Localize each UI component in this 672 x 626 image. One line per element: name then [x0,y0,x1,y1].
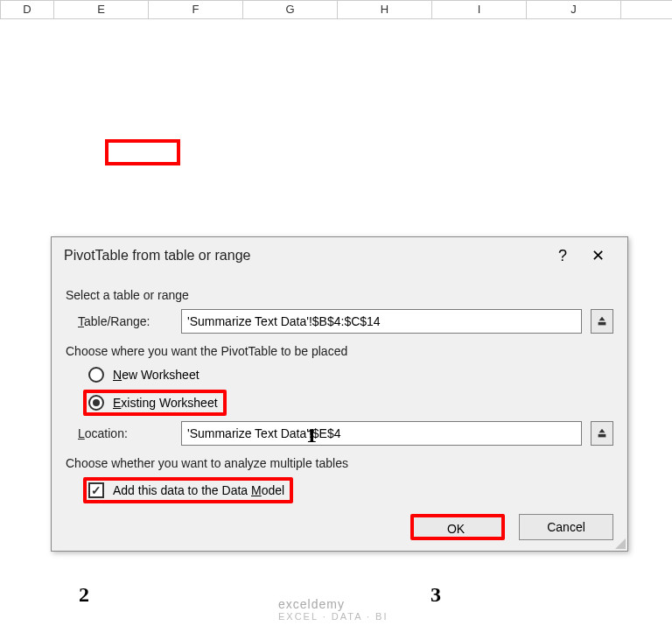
col-header-g[interactable]: G [243,1,338,18]
existing-worksheet-label: Existing Worksheet [113,396,218,410]
placement-label: Choose where you want the PivotTable to … [66,344,613,358]
new-worksheet-label: New Worksheet [113,368,200,382]
col-header-h[interactable]: H [338,1,432,18]
close-button[interactable]: ✕ [580,246,615,265]
dialog-buttons: OK Cancel [66,509,613,540]
collapse-location-button[interactable] [591,421,613,446]
location-input[interactable] [181,421,582,446]
watermark: exceldemy EXCEL · DATA · BI [278,597,388,622]
table-range-input[interactable] [181,309,582,334]
table-range-label: Table/Range: [78,314,172,328]
svg-rect-1 [598,434,606,438]
sheet-grid[interactable] [0,19,672,238]
annotation-2: 2 [79,583,89,607]
svg-rect-0 [598,322,606,326]
column-headers: D E F G H I J [0,0,672,19]
radio-icon [88,395,104,411]
new-worksheet-option[interactable]: New Worksheet [87,365,613,384]
radio-icon [88,367,104,383]
col-header-d[interactable]: D [0,1,54,18]
ok-button[interactable]: OK [410,514,505,540]
cancel-button[interactable]: Cancel [519,514,613,540]
annotation-3: 3 [430,583,441,607]
location-row: Location: [78,421,613,446]
existing-worksheet-option[interactable]: Existing Worksheet [83,390,227,416]
dialog-body: Select a table or range Table/Range: Cho… [52,272,627,551]
range-picker-icon [596,427,608,440]
dialog-title: PivotTable from table or range [64,248,545,264]
location-label: Location: [78,426,172,440]
col-header-e[interactable]: E [54,1,149,18]
col-header-i[interactable]: I [432,1,527,18]
multi-tables-label: Choose whether you want to analyze multi… [66,456,613,470]
annotation-1: 1 [306,424,317,447]
add-to-data-model-option[interactable]: Add this data to the Data Model [83,477,293,503]
highlight-cell-e4 [105,139,180,165]
checkbox-icon [88,482,104,498]
col-header-j[interactable]: J [527,1,621,18]
dialog-titlebar: PivotTable from table or range ? ✕ [52,237,627,272]
resize-grip-icon[interactable] [613,537,626,549]
help-button[interactable]: ? [545,247,580,265]
select-range-label: Select a table or range [66,288,613,302]
add-to-data-model-label: Add this data to the Data Model [113,483,284,497]
table-range-row: Table/Range: [78,309,613,334]
col-header-f[interactable]: F [149,1,243,18]
watermark-sub: EXCEL · DATA · BI [278,611,388,622]
range-picker-icon [596,315,608,327]
watermark-brand: exceldemy [278,597,345,611]
collapse-range-button[interactable] [591,309,613,334]
pivottable-dialog: PivotTable from table or range ? ✕ Selec… [51,236,628,552]
